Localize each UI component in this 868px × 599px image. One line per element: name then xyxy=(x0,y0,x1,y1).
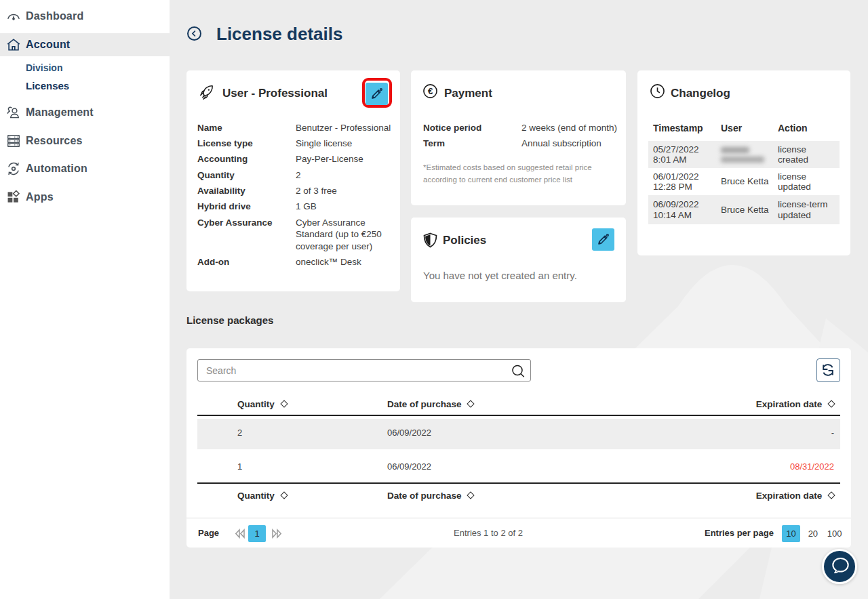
svg-text:€: € xyxy=(428,86,433,96)
